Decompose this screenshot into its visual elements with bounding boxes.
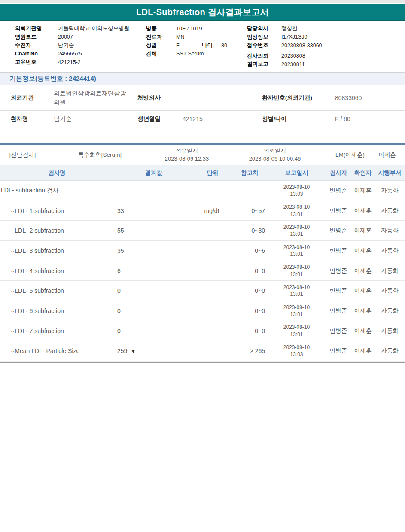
- department-cell: 자동화: [375, 207, 405, 215]
- field-value: 남기순: [58, 42, 74, 49]
- report-title: LDL-Subfraction 검사결과보고서: [136, 6, 269, 18]
- info-row: 결과보고 20230811: [247, 60, 393, 69]
- confirmer-cell: 이제훈: [351, 247, 375, 255]
- info-row: 담당의사 정성진: [247, 24, 393, 33]
- tester-cell: 반병준: [326, 207, 351, 215]
- diagnostics-summary-bar: [진단검사] 특수화학[Serum] 접수일시 2023-08-09 12:33…: [0, 145, 405, 165]
- test-name-cell: ··Mean LDL- Particle Size: [0, 347, 114, 354]
- field-value: 남기순: [54, 114, 137, 123]
- header-reference-range: 참고치: [232, 169, 268, 177]
- field-label: 검체: [146, 50, 176, 58]
- field-value: 80: [221, 43, 227, 49]
- results-table-header: 검사명 결과값 단위 참고치 보고일시 검사자 확인자 시행부서: [0, 165, 405, 181]
- result-value-cell: 35: [114, 247, 193, 254]
- info-row: 접수번호 20230808-33060: [247, 41, 393, 50]
- info-row: 수진자 남기순: [15, 41, 144, 50]
- down-arrow-icon: ▼: [131, 348, 136, 354]
- test-name-cell: ··LDL- 3 subfraction: [0, 247, 114, 254]
- field-label: 병동: [146, 25, 176, 32]
- report-page: LDL-Subfraction 검사결과보고서 의뢰기관명 가톨릭대학교 여의도…: [0, 0, 405, 532]
- table-row: ··LDL- 6 subfraction 0 0~0 2023-08-1013:…: [0, 301, 405, 321]
- received-datetime: 2023-08-09 12:33: [165, 155, 209, 162]
- info-row: 의뢰기관명 가톨릭대학교 여의도성모병원: [15, 24, 144, 33]
- field-value: 의료법인삼광의료재단삼광의원: [54, 89, 137, 107]
- field-label: 접수번호: [247, 42, 281, 49]
- result-value-cell: 259▼: [114, 347, 193, 354]
- test-name-cell: ··LDL- 2 subfraction: [0, 227, 114, 234]
- info-row: 검체 SST Serum: [146, 50, 247, 58]
- tester-cell: 반병준: [326, 347, 351, 355]
- test-name-cell: ··LDL- 5 subfraction: [0, 287, 114, 294]
- reported-datetime-cell: 2023-08-1013:01: [268, 244, 326, 258]
- department-cell: 자동화: [375, 327, 405, 335]
- header-tester: 검사자: [326, 169, 351, 177]
- reference-range-cell: 0~0: [232, 307, 268, 314]
- unit-cell: mg/dL: [193, 207, 232, 214]
- table-row: ··LDL- 5 subfraction 0 0~0 2023-08-1013:…: [0, 281, 405, 301]
- department-cell: 자동화: [375, 227, 405, 234]
- table-row: ··LDL- 2 subfraction 55 0~30 2023-08-101…: [0, 221, 405, 241]
- department-cell: 자동화: [375, 187, 405, 195]
- field-value: 24566575: [58, 51, 82, 57]
- reported-datetime-cell: 2023-08-1013:01: [268, 304, 326, 318]
- field-label: Chart No.: [15, 51, 58, 57]
- field-value: I17XJ1SJ0: [281, 34, 307, 40]
- header-confirmer: 확인자: [351, 169, 375, 177]
- info-row: 고유번호 421215-2: [15, 58, 144, 67]
- result-value-cell: 0: [114, 307, 193, 314]
- field-value: 정성진: [281, 25, 298, 32]
- field-label: 수진자: [15, 42, 58, 49]
- reported-datetime-cell: 2023-08-1013:01: [268, 324, 326, 337]
- field-value: 가톨릭대학교 여의도성모병원: [58, 25, 129, 32]
- diagnostics-section: [진단검사] 특수화학[Serum] 접수일시 2023-08-09 12:33…: [0, 143, 405, 363]
- info-row: 성별 F 나이 80: [146, 41, 247, 50]
- field-value: F: [176, 43, 202, 49]
- info-column-left: 의뢰기관명 가톨릭대학교 여의도성모병원 병원코드 20007 수진자 남기순 …: [15, 24, 144, 67]
- table-row: LDL- subfraction 검사 2023-08-1013:03 반병준 …: [0, 181, 405, 201]
- basic-info-section-header: 기본정보(등록번호 : 2424414): [0, 72, 405, 85]
- field-value: SST Serum: [176, 51, 204, 57]
- field-label: 생년월일: [137, 115, 183, 123]
- requested-datetime-block: 의뢰일시 2023-08-09 10:00:46: [219, 147, 331, 163]
- tester-cell: 반병준: [326, 187, 351, 195]
- department-cell: 자동화: [375, 267, 405, 275]
- field-label: 결과보고: [247, 61, 281, 68]
- received-label: 접수일시: [176, 147, 198, 154]
- tester-cell: 반병준: [326, 247, 351, 255]
- header-result: 결과값: [114, 169, 193, 177]
- window-top-strip: [0, 0, 405, 3]
- tester-cell: 반병준: [326, 327, 351, 335]
- reviewer-name: 이제훈: [369, 151, 405, 159]
- field-value: 421215: [183, 116, 262, 122]
- info-row: 병동 10E / 1019: [146, 24, 247, 33]
- test-name-cell: ··LDL- 4 subfraction: [0, 268, 114, 274]
- basic-info-table: 의뢰기관 의료법인삼광의료재단삼광의원 처방의사 환자번호(의뢰기관) 8083…: [0, 85, 405, 127]
- table-row: ··LDL- 1 subfraction 33 mg/dL 0~57 2023-…: [0, 201, 405, 221]
- info-row: Chart No. 24566575: [15, 50, 144, 58]
- result-value-cell: 0: [114, 328, 193, 334]
- result-value-cell: 33: [114, 207, 193, 214]
- field-label: 환자번호(의뢰기관): [262, 94, 335, 102]
- field-label: 병원코드: [15, 33, 58, 41]
- field-label: 성별/나이: [262, 115, 335, 123]
- reported-datetime-cell: 2023-08-1013:01: [268, 224, 326, 237]
- header-reported-at: 보고일시: [268, 169, 326, 177]
- category-label: [진단검사]: [0, 151, 45, 159]
- title-bar: LDL-Subfraction 검사결과보고서: [0, 4, 405, 21]
- field-value: 20007: [58, 34, 73, 40]
- reported-datetime-cell: 2023-08-1013:03: [268, 344, 326, 358]
- department-cell: 자동화: [375, 287, 405, 295]
- confirmer-cell: 이제훈: [351, 267, 375, 275]
- department-cell: 자동화: [375, 307, 405, 315]
- reported-datetime-cell: 2023-08-1013:01: [268, 284, 326, 298]
- reference-range-cell: 0~6: [232, 247, 268, 254]
- table-row: 의뢰기관 의료법인삼광의료재단삼광의원 처방의사 환자번호(의뢰기관) 8083…: [0, 85, 405, 111]
- requested-label: 의뢰일시: [264, 147, 286, 154]
- test-name-cell: ··LDL- 6 subfraction: [0, 307, 114, 314]
- field-label: 환자명: [11, 115, 54, 123]
- test-name-cell: ··LDL- 7 subfraction: [0, 328, 114, 334]
- panel-label: 특수화학[Serum]: [45, 151, 155, 159]
- field-label: 고유번호: [15, 58, 58, 66]
- test-name-cell: ··LDL- 1 subfraction: [0, 207, 114, 214]
- requested-datetime: 2023-08-09 10:00:46: [249, 155, 301, 162]
